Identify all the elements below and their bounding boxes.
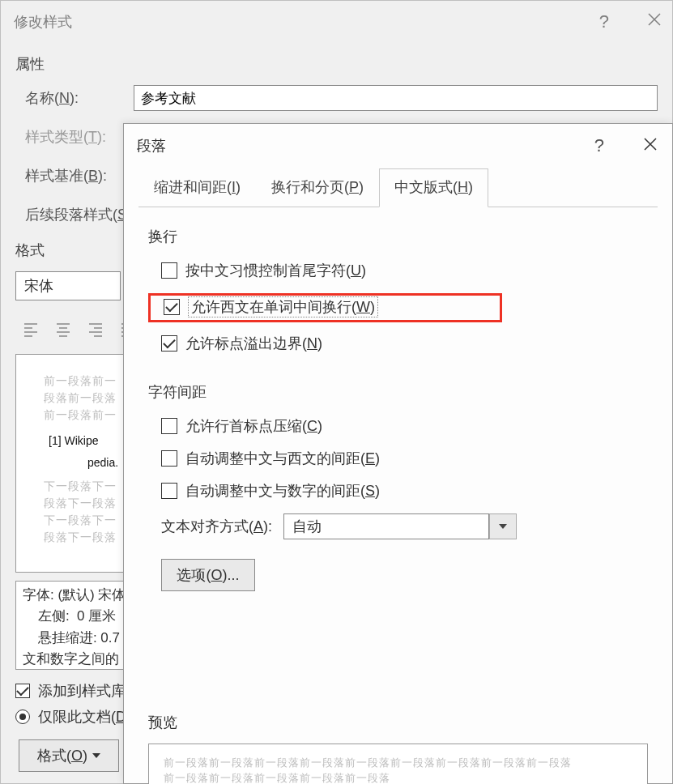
align-left-icon[interactable] — [19, 317, 43, 341]
help-icon[interactable]: ? — [594, 135, 604, 156]
opt-auto-space-latin[interactable]: 自动调整中文与西文的间距(E) — [148, 449, 648, 468]
highlight-allow-latin-wrap: 允许西文在单词中间换行(W) — [148, 293, 502, 322]
close-icon[interactable] — [641, 135, 659, 157]
checkbox-icon — [164, 299, 180, 315]
modify-style-title: 修改样式 — [11, 12, 72, 32]
radio-icon — [15, 709, 30, 724]
linebreak-group-label: 换行 — [148, 227, 648, 246]
chevron-down-icon — [92, 753, 100, 758]
preview-label: 预览 — [148, 713, 648, 732]
align-center-icon[interactable] — [51, 317, 75, 341]
style-type-label: 样式类型(T): — [15, 127, 134, 147]
tabstrip: 缩进和间距(I) 换行和分页(P) 中文版式(H) — [138, 168, 658, 207]
opt-auto-space-digit[interactable]: 自动调整中文与数字的间距(S) — [148, 481, 648, 501]
checkbox-icon — [161, 262, 177, 279]
opt-punct-overflow[interactable]: 允许标点溢出边界(N) — [148, 334, 648, 353]
options-button[interactable]: 选项(O)... — [161, 559, 255, 591]
properties-section-label: 属性 — [15, 54, 658, 74]
font-combo[interactable]: 宋体 — [15, 271, 121, 300]
name-input[interactable] — [134, 85, 658, 111]
modify-style-titlebar: 修改样式 ? — [1, 1, 672, 43]
text-align-combo[interactable]: 自动 — [283, 513, 489, 539]
help-icon[interactable]: ? — [599, 11, 609, 32]
name-label: 名称(N): — [15, 88, 134, 108]
style-base-label: 样式基准(B): — [15, 166, 134, 185]
tab-line-page-breaks[interactable]: 换行和分页(P) — [256, 168, 379, 207]
paragraph-window: 段落 ? 缩进和间距(I) 换行和分页(P) 中文版式(H) 换行 按中文习惯控… — [123, 123, 673, 784]
format-dropdown-button[interactable]: 格式(O) — [19, 739, 119, 772]
checkbox-icon — [15, 684, 30, 698]
next-style-label: 后续段落样式(S — [15, 205, 127, 224]
close-icon[interactable] — [646, 11, 662, 32]
opt-first-last-char[interactable]: 按中文习惯控制首尾字符(U) — [148, 261, 648, 280]
checkbox-icon — [161, 335, 177, 352]
paragraph-titlebar: 段落 ? — [124, 124, 672, 168]
checkbox-icon — [161, 418, 177, 434]
checkbox-icon — [161, 450, 177, 467]
opt-compress-first-punct[interactable]: 允许行首标点压缩(C) — [148, 416, 648, 436]
checkbox-icon — [161, 483, 177, 499]
paragraph-title: 段落 — [137, 136, 166, 156]
align-right-icon[interactable] — [83, 317, 108, 341]
opt-allow-latin-wrap[interactable]: 允许西文在单词中间换行(W) — [162, 296, 495, 317]
text-align-chevron-icon[interactable] — [489, 513, 517, 539]
text-align-label: 文本对齐方式(A): — [161, 517, 272, 536]
tab-indent-spacing[interactable]: 缩进和间距(I) — [138, 168, 256, 207]
tab-asian-typography[interactable]: 中文版式(H) — [379, 168, 488, 207]
paragraph-preview-box: 前一段落前一段落前一段落前一段落前一段落前一段落前一段落前一段落前一段落 前一段… — [148, 744, 648, 784]
charspacing-group-label: 字符间距 — [148, 382, 648, 402]
